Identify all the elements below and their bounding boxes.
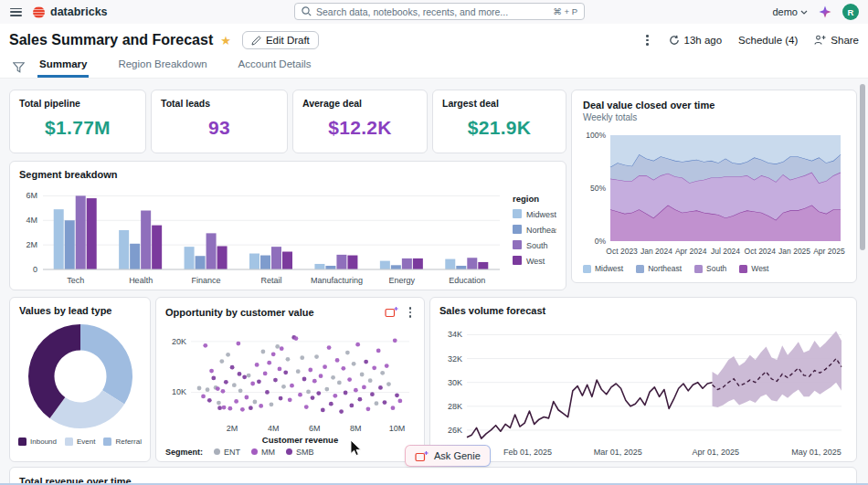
legend-item-midwest[interactable]: Midwest [583,264,623,273]
topbar-right: demo R [772,0,859,24]
svg-text:10M: 10M [389,424,406,433]
svg-text:50%: 50% [590,184,606,193]
svg-text:Jan 2025: Jan 2025 [778,247,810,256]
filter-icon[interactable] [13,62,25,73]
legend-item-northeast[interactable]: Northeast [636,264,682,273]
legend-label: SMB [296,448,314,457]
svg-text:6M: 6M [309,424,321,433]
svg-text:Customer revenue: Customer revenue [262,435,338,445]
svg-text:Jan 2024: Jan 2024 [640,247,672,256]
svg-text:20K: 20K [172,336,186,345]
svg-text:Mar 01, 2025: Mar 01, 2025 [594,448,642,457]
chart-subtitle: Weekly totals [583,112,845,122]
kpi-value: 93 [161,117,278,139]
legend-label: Inbound [30,438,57,446]
brand-name: databricks [50,5,108,18]
sales-volume-forecast-chart: 26K28K30K32K34KFeb 01, 2025Mar 01, 2025A… [439,320,847,459]
schedule-label: Schedule (4) [738,35,798,46]
topbar: databricks Search data, notebooks, recen… [0,0,868,25]
opportunity-scatter-chart: 10K20K2M4M6M8M10MCustomer revenue [165,322,417,446]
share-button[interactable]: Share [814,35,859,46]
share-label: Share [831,35,859,46]
legend-swatch [739,265,747,273]
card-deal-value-over-time: Deal value closed over time Weekly total… [571,90,857,283]
svg-text:Oct 2023: Oct 2023 [606,247,638,256]
hamburger-menu-icon[interactable] [10,8,22,16]
svg-text:34K: 34K [448,330,462,339]
svg-text:South: South [526,241,548,250]
search-placeholder: Search data, notebooks, recents, and mor… [316,6,553,17]
more-actions-icon[interactable] [642,33,652,47]
svg-text:Energy: Energy [389,276,416,285]
legend-item-event[interactable]: Event [65,438,95,446]
svg-text:Jul 2024: Jul 2024 [711,247,740,256]
kpi-card-total-leads: Total leads 93 [151,90,288,153]
favorite-star-icon[interactable]: ★ [220,34,231,47]
search-input[interactable]: Search data, notebooks, recents, and mor… [294,3,585,20]
assistant-sparkle-icon[interactable] [819,5,831,18]
legend-item-inbound[interactable]: Inbound [18,438,57,446]
legend-label: South [706,264,726,273]
svg-text:28K: 28K [448,402,462,411]
legend-label: Event [77,438,95,446]
page-title: Sales Summary and Forecast [9,32,213,48]
legend-item-ent[interactable]: ENT [214,448,240,457]
ask-genie-label: Ask Genie [434,450,481,461]
legend-label: MM [261,448,275,457]
legend-swatch [286,448,292,455]
edit-draft-button[interactable]: Edit Draft [242,31,319,49]
legend-item-smb[interactable]: SMB [286,448,314,457]
widget-menu-icon[interactable] [406,305,416,320]
svg-text:West: West [526,257,545,266]
kpi-card-average-deal: Average deal $12.2K [292,90,428,153]
svg-text:Apr 01, 2025: Apr 01, 2025 [692,448,739,457]
schedule-button[interactable]: Schedule (4) [738,35,798,46]
kpi-label: Largest deal [442,98,556,109]
chart-title: Values by lead type [19,305,141,316]
legend-item-west[interactable]: West [739,264,768,273]
legend-swatch [583,265,591,273]
tab-region-breakdown[interactable]: Region Breakdown [116,55,208,78]
tab-account-details[interactable]: Account Details [237,55,313,78]
svg-text:2M: 2M [227,424,238,433]
legend-swatch [103,438,111,446]
vertical-scrollbar-thumb[interactable] [860,84,865,250]
chevron-down-icon [800,10,808,15]
tabbar: Summary Region Breakdown Account Details [0,57,868,79]
legend-label: Northeast [648,264,682,273]
svg-text:30K: 30K [448,378,462,387]
legend-item-south[interactable]: South [694,264,726,273]
legend-swatch [214,448,220,455]
legend-swatch [694,265,703,273]
user-avatar[interactable]: R [842,4,859,20]
svg-text:4M: 4M [268,424,280,433]
legend-swatch [65,438,73,446]
kpi-label: Average deal [302,98,418,109]
databricks-dashboard-screen: databricks Search data, notebooks, recen… [0,0,868,485]
card-opportunity-by-customer-value: Opportunity by customer value 10K20K2M4M… [155,297,425,462]
workspace-switcher[interactable]: demo [772,6,808,17]
svg-text:Apr 2025: Apr 2025 [813,247,845,256]
area-chart-legend: MidwestNortheastSouthWest [583,264,845,273]
svg-text:26K: 26K [448,426,462,435]
svg-text:Feb 01, 2025: Feb 01, 2025 [503,448,552,457]
svg-text:Oct 2024: Oct 2024 [745,247,777,256]
donut-chart-legend: InboundEventReferral [19,438,141,446]
legend-label: Referral [115,438,141,446]
search-shortcut: ⌘ + P [553,6,577,16]
databricks-logo[interactable]: databricks [33,5,108,18]
genie-icon [415,450,429,462]
chart-title: Segment breakdown [19,169,556,180]
tab-summary[interactable]: Summary [37,55,89,78]
kpi-label: Total pipeline [19,98,136,109]
legend-item-mm[interactable]: MM [251,448,275,457]
svg-text:10K: 10K [172,387,186,396]
kpi-value: $1.77M [19,117,136,139]
ask-genie-button[interactable]: Ask Genie [405,445,491,467]
open-in-genie-icon[interactable] [385,306,398,318]
kpi-value: $21.9K [442,117,556,139]
legend-label: West [751,264,768,273]
legend-item-referral[interactable]: Referral [103,438,141,446]
refresh-status[interactable]: 13h ago [669,35,723,46]
pencil-icon [251,36,261,46]
